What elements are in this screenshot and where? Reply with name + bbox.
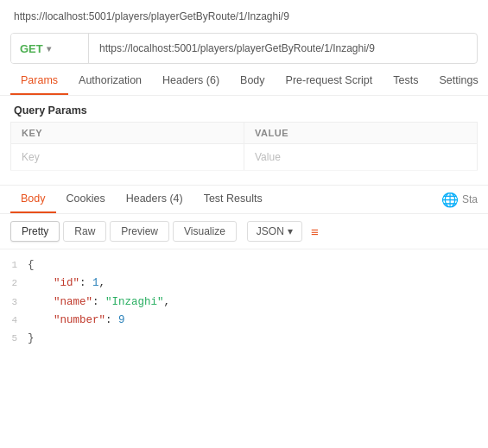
chevron-down-icon: ▾ [47,44,51,54]
line-num-2: 2 [0,275,28,292]
request-row: GET ▾ [10,33,478,64]
json-line-1: 1 { [0,256,488,274]
fmt-visualize[interactable]: Visualize [173,221,237,242]
url-input[interactable] [89,42,477,54]
tab-params[interactable]: Params [10,67,68,95]
line-num-4: 4 [0,312,28,329]
rtab-headers[interactable]: Headers (4) [116,186,193,213]
status-text: Sta [462,193,478,205]
globe-icon: 🌐 [441,192,459,208]
json-open-brace: { [28,256,35,274]
key-input-cell[interactable]: Key [11,144,244,171]
url-bar-top: https://localhost:5001/players/playerGet… [0,0,488,29]
request-tabs: Params Authorization Headers (6) Body Pr… [0,67,488,96]
method-select[interactable]: GET ▾ [11,34,89,63]
json-body: 1 { 2 "id": 1, 3 "name": "Inzaghi", 4 "n… [0,249,488,355]
method-label: GET [20,42,43,55]
json-format-select[interactable]: JSON ▾ [247,221,302,242]
json-line-2: 2 "id": 1, [0,274,488,293]
json-name: "name": "Inzaghi", [28,293,170,312]
json-line-5: 5 } [0,330,488,348]
json-id: "id": 1, [28,274,105,293]
col-key: KEY [11,123,244,144]
json-label: JSON [257,225,284,237]
rtab-cookies[interactable]: Cookies [56,186,116,213]
chevron-down-json-icon: ▾ [288,225,293,237]
fmt-preview[interactable]: Preview [110,221,169,242]
tab-settings[interactable]: Settings [428,67,488,95]
tab-tests[interactable]: Tests [383,67,428,95]
fmt-raw[interactable]: Raw [63,221,106,242]
json-line-3: 3 "name": "Inzaghi", [0,293,488,312]
line-num-3: 3 [0,294,28,311]
json-close-brace: } [28,330,35,348]
tab-prerequest[interactable]: Pre-request Script [276,67,383,95]
json-number: "number": 9 [28,312,125,330]
json-line-4: 4 "number": 9 [0,312,488,330]
params-table: KEY VALUE Key Value [10,122,478,171]
wrap-icon[interactable]: ≡ [311,224,319,239]
response-tabs-row: Body Cookies Headers (4) Test Results 🌐 … [0,186,488,214]
tab-authorization[interactable]: Authorization [68,67,152,95]
params-row-empty: Key Value [11,144,478,171]
rtab-test-results[interactable]: Test Results [193,186,273,213]
rtab-body[interactable]: Body [10,186,56,213]
line-num-1: 1 [0,257,28,274]
query-params-label: Query Params [0,96,488,122]
fmt-pretty[interactable]: Pretty [10,221,60,242]
format-toolbar: Pretty Raw Preview Visualize JSON ▾ ≡ [0,214,488,249]
tab-headers[interactable]: Headers (6) [152,67,230,95]
line-num-5: 5 [0,331,28,347]
col-value: VALUE [244,123,478,144]
tab-body[interactable]: Body [230,67,276,95]
value-input-cell[interactable]: Value [244,144,478,171]
